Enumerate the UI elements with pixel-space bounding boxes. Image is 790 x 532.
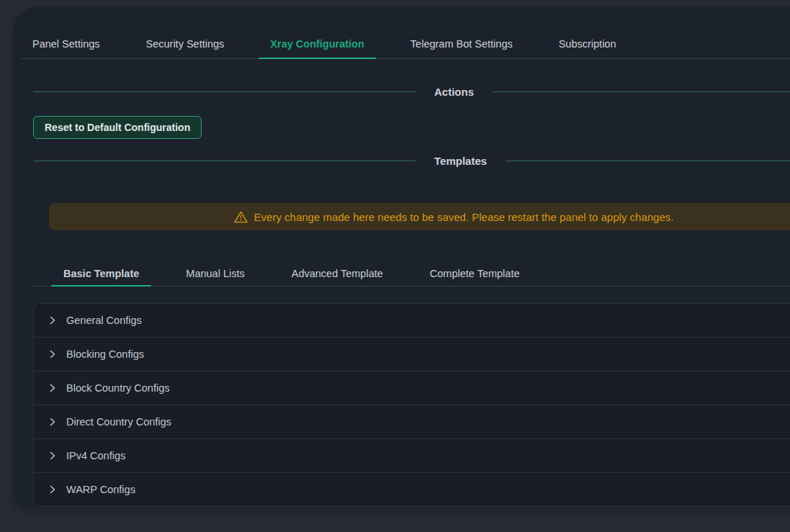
collapse-item-label: Direct Country Configs: [66, 416, 171, 428]
warning-text: Every change made here needs to be saved…: [254, 211, 674, 223]
tab-subscription[interactable]: Subscription: [547, 29, 628, 58]
divider-line: [506, 161, 790, 161]
divider-line: [493, 91, 790, 92]
chevron-right-icon: [48, 418, 57, 426]
collapse-item-direct-country-configs[interactable]: Direct Country Configs: [34, 405, 790, 439]
template-tab-bar: Basic Template Manual Lists Advanced Tem…: [33, 261, 790, 287]
collapse-item-blocking-configs[interactable]: Blocking Configs: [34, 338, 790, 371]
warning-icon: [234, 211, 248, 223]
chevron-right-icon: [48, 316, 57, 325]
divider-line: [33, 91, 416, 92]
config-collapse-list: General Configs Blocking Configs Block C…: [33, 303, 790, 507]
chevron-right-icon: [48, 451, 57, 460]
collapse-item-label: Block Country Configs: [66, 382, 169, 394]
reset-to-default-button[interactable]: Reset to Default Configuration: [33, 116, 202, 139]
chevron-right-icon: [48, 384, 57, 392]
collapse-item-label: WARP Configs: [66, 484, 135, 495]
tab-panel-settings[interactable]: Panel Settings: [21, 29, 112, 58]
collapse-item-label: General Configs: [66, 315, 142, 326]
collapse-item-block-country-configs[interactable]: Block Country Configs: [34, 371, 790, 405]
warning-banner: Every change made here needs to be saved…: [49, 203, 790, 230]
collapse-item-label: IPv4 Configs: [66, 450, 125, 461]
tab-basic-template[interactable]: Basic Template: [51, 261, 151, 286]
main-tab-bar: Panel Settings Security Settings Xray Co…: [21, 29, 790, 59]
tab-xray-configuration[interactable]: Xray Configuration: [259, 29, 376, 58]
templates-divider: Templates: [33, 153, 790, 168]
actions-section-title: Actions: [434, 86, 474, 98]
collapse-item-warp-configs[interactable]: WARP Configs: [34, 473, 790, 506]
chevron-right-icon: [48, 485, 57, 494]
chevron-right-icon: [48, 350, 57, 359]
tab-telegram-bot-settings[interactable]: Telegram Bot Settings: [399, 29, 524, 58]
settings-card: Panel Settings Security Settings Xray Co…: [14, 7, 790, 506]
tab-manual-lists[interactable]: Manual Lists: [174, 261, 256, 286]
divider-line: [33, 161, 416, 161]
actions-divider: Actions: [33, 84, 790, 99]
collapse-item-ipv4-configs[interactable]: IPv4 Configs: [34, 439, 790, 473]
tab-advanced-template[interactable]: Advanced Template: [279, 261, 395, 286]
tab-security-settings[interactable]: Security Settings: [135, 29, 236, 58]
templates-section-title: Templates: [434, 155, 487, 167]
collapse-item-general-configs[interactable]: General Configs: [34, 304, 790, 338]
tab-complete-template[interactable]: Complete Template: [418, 261, 532, 286]
collapse-item-label: Blocking Configs: [66, 348, 144, 360]
